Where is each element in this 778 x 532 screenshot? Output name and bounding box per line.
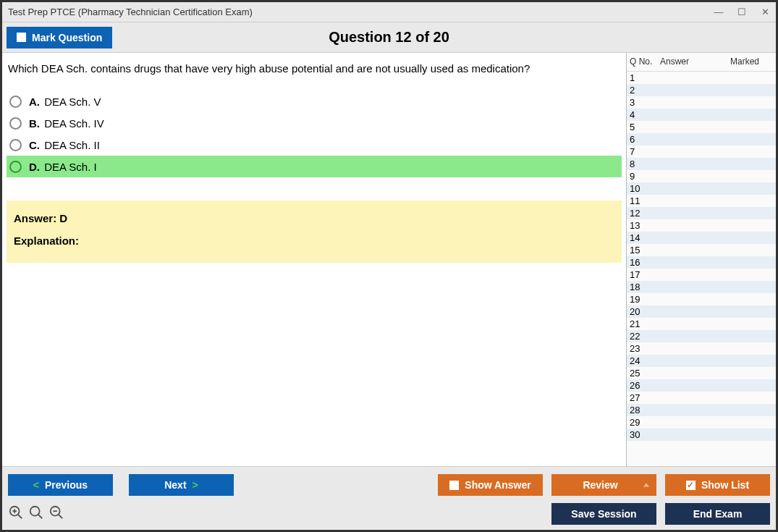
list-row[interactable]: 9 (627, 170, 776, 182)
zoom-out-icon[interactable] (48, 504, 64, 523)
chevron-left-icon: < (33, 479, 39, 491)
list-row[interactable]: 24 (627, 355, 776, 367)
list-row[interactable]: 17 (627, 269, 776, 281)
list-cell-qno: 18 (630, 282, 660, 292)
save-session-button[interactable]: Save Session (551, 503, 656, 525)
review-label: Review (583, 479, 617, 491)
list-row[interactable]: 6 (627, 133, 776, 145)
list-cell-qno: 14 (630, 232, 660, 243)
list-cell-qno: 27 (630, 392, 660, 403)
list-row[interactable]: 28 (627, 404, 776, 416)
list-cell-qno: 4 (630, 109, 660, 120)
previous-label: Previous (45, 479, 88, 491)
list-header: Q No. Answer Marked (627, 53, 776, 72)
list-cell-qno: 29 (630, 417, 660, 428)
col-header-marked[interactable]: Marked (716, 56, 773, 67)
list-cell-qno: 7 (630, 146, 660, 157)
option-text: DEA Sch. I (41, 161, 97, 173)
list-row[interactable]: 5 (627, 121, 776, 133)
list-row[interactable]: 20 (627, 305, 776, 318)
list-row[interactable]: 19 (627, 293, 776, 305)
next-button[interactable]: Next > (129, 474, 234, 496)
list-body[interactable]: 1234567891011121314151617181920212223242… (627, 72, 776, 466)
list-row[interactable]: 29 (627, 416, 776, 428)
app-window: Test Prep PTCE (Pharmacy Technician Cert… (0, 0, 778, 532)
list-row[interactable]: 8 (627, 158, 776, 170)
list-row[interactable]: 23 (627, 342, 776, 355)
list-cell-qno: 30 (630, 429, 660, 440)
options-list: A. DEA Sch. VB. DEA Sch. IVC. DEA Sch. I… (7, 90, 622, 177)
minimize-icon[interactable]: — (714, 7, 724, 17)
col-header-answer[interactable]: Answer (660, 56, 716, 67)
list-cell-qno: 19 (630, 294, 660, 305)
close-icon[interactable]: ✕ (760, 7, 770, 17)
list-cell-qno: 17 (630, 269, 660, 280)
window-title: Test Prep PTCE (Pharmacy Technician Cert… (8, 7, 253, 17)
list-cell-qno: 6 (630, 134, 660, 145)
maximize-icon[interactable]: ☐ (737, 7, 747, 17)
list-row[interactable]: 26 (627, 379, 776, 392)
show-list-label: Show List (701, 479, 749, 491)
list-row[interactable]: 13 (627, 219, 776, 232)
list-cell-qno: 20 (630, 306, 660, 317)
list-row[interactable]: 25 (627, 367, 776, 379)
list-row[interactable]: 16 (627, 256, 776, 269)
list-row[interactable]: 30 (627, 428, 776, 441)
titlebar: Test Prep PTCE (Pharmacy Technician Cert… (2, 2, 776, 22)
list-row[interactable]: 15 (627, 244, 776, 256)
checkbox-icon (449, 481, 459, 490)
window-controls: — ☐ ✕ (714, 7, 770, 17)
list-cell-qno: 25 (630, 368, 660, 379)
show-answer-label: Show Answer (465, 479, 530, 491)
list-cell-qno: 26 (630, 380, 660, 391)
list-row[interactable]: 18 (627, 281, 776, 293)
mark-question-button[interactable]: Mark Question (7, 27, 112, 48)
list-row[interactable]: 22 (627, 330, 776, 342)
footer-col-1: Show Answer (438, 474, 543, 525)
footer-left-group: < Previous Next > (8, 474, 234, 496)
explanation-label: Explanation: (14, 235, 614, 247)
list-cell-qno: 3 (630, 97, 660, 108)
option-label: C. DEA Sch. II (29, 139, 100, 151)
list-row[interactable]: 3 (627, 96, 776, 109)
option-label: A. DEA Sch. V (29, 96, 101, 108)
list-cell-qno: 11 (630, 195, 660, 206)
footer: < Previous Next > Show Answer Review (2, 466, 776, 530)
list-row[interactable]: 21 (627, 318, 776, 330)
zoom-icons (8, 504, 64, 523)
option-label: D. DEA Sch. I (29, 161, 97, 173)
toolbar: Mark Question Question 12 of 20 (2, 22, 776, 53)
mark-question-label: Mark Question (32, 32, 102, 43)
list-row[interactable]: 27 (627, 392, 776, 404)
list-row[interactable]: 12 (627, 207, 776, 219)
list-cell-qno: 23 (630, 343, 660, 354)
content: Which DEA Sch. contains drugs that have … (2, 53, 776, 466)
option-row[interactable]: D. DEA Sch. I (7, 156, 622, 177)
list-row[interactable]: 14 (627, 232, 776, 244)
list-row[interactable]: 10 (627, 182, 776, 195)
show-answer-button[interactable]: Show Answer (438, 474, 543, 496)
option-row[interactable]: A. DEA Sch. V (7, 90, 622, 112)
option-letter: A. (29, 96, 40, 108)
previous-button[interactable]: < Previous (8, 474, 113, 496)
list-cell-qno: 15 (630, 245, 660, 256)
list-cell-qno: 9 (630, 171, 660, 182)
radio-icon (9, 161, 22, 173)
zoom-in-icon[interactable] (8, 504, 24, 523)
list-row[interactable]: 7 (627, 145, 776, 158)
option-row[interactable]: B. DEA Sch. IV (7, 112, 622, 134)
list-row[interactable]: 11 (627, 195, 776, 207)
chevron-right-icon: > (193, 479, 198, 491)
answer-box: Answer: D Explanation: (7, 200, 622, 263)
show-list-button[interactable]: Show List (665, 474, 770, 496)
list-row[interactable]: 2 (627, 84, 776, 96)
question-heading: Question 12 of 20 (329, 29, 449, 46)
option-letter: B. (29, 117, 40, 130)
list-row[interactable]: 1 (627, 72, 776, 84)
zoom-icon[interactable] (28, 504, 44, 523)
col-header-qno[interactable]: Q No. (630, 56, 660, 67)
option-row[interactable]: C. DEA Sch. II (7, 134, 622, 156)
end-exam-button[interactable]: End Exam (665, 503, 770, 525)
list-row[interactable]: 4 (627, 109, 776, 121)
review-button[interactable]: Review (551, 474, 656, 496)
